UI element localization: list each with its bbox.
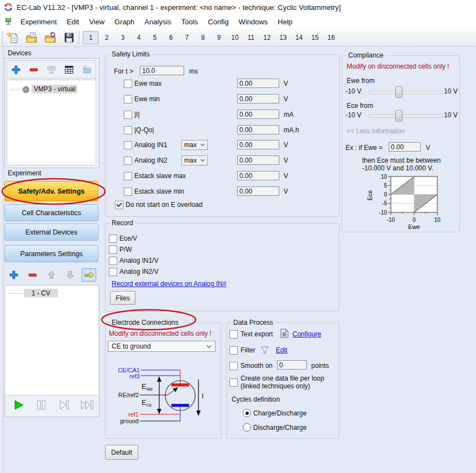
virtual-device-icon[interactable] [80, 63, 94, 76]
safety-limits-title: Safety Limits [109, 50, 152, 58]
move-down-icon[interactable] [63, 268, 77, 282]
menu-help[interactable]: Help [273, 15, 297, 28]
record-analog-in2-checkbox[interactable] [109, 268, 117, 276]
estack-max-checkbox[interactable] [124, 172, 132, 180]
record-analog-in1-checkbox[interactable] [109, 257, 117, 265]
analog-in2-checkbox[interactable] [124, 157, 132, 165]
remove-technique-icon[interactable] [25, 268, 40, 282]
filter-edit-link[interactable]: Edit [276, 346, 287, 354]
open-experiment-icon[interactable] [43, 30, 57, 45]
current-limit-checkbox[interactable] [124, 111, 132, 119]
charge-discharge-radio[interactable] [243, 409, 251, 417]
ewe-max-field[interactable]: 0.00 [237, 79, 279, 88]
ewe-min-field[interactable]: 0.00 [237, 94, 279, 103]
channel-button-3[interactable]: 3 [115, 31, 130, 44]
app-icon [4, 3, 13, 12]
menu-view[interactable]: View [84, 15, 109, 28]
section-safety-adv-settings[interactable]: Safety/Adv. Settings [4, 181, 98, 201]
default-button[interactable]: Default [105, 445, 138, 460]
estack-min-checkbox[interactable] [124, 188, 132, 196]
estack-min-field[interactable]: 0.00 [237, 186, 279, 196]
analog-in1-field[interactable]: 0.00 [237, 140, 279, 149]
ece-slider-track[interactable] [368, 115, 443, 118]
ewe-min-checkbox[interactable] [124, 95, 132, 103]
add-technique-icon[interactable] [7, 268, 21, 282]
ewe-max-checkbox[interactable] [124, 80, 132, 88]
record-pw-checkbox[interactable] [109, 246, 117, 254]
open-folder-icon[interactable] [24, 30, 39, 45]
ece-slider-thumb[interactable] [395, 110, 402, 122]
section-parameters-settings[interactable]: Parameters Settings [4, 245, 98, 262]
remove-device-icon[interactable] [27, 63, 41, 76]
charge-limit-checkbox[interactable] [124, 126, 132, 134]
channel-button-6[interactable]: 6 [163, 31, 179, 44]
menu-analysis[interactable]: Analysis [139, 15, 176, 28]
connection-select[interactable]: CE to ground [108, 341, 216, 352]
ewe-slider-track[interactable] [368, 91, 443, 94]
charge-limit-field[interactable]: 0.00 [237, 125, 279, 134]
smooth-checkbox[interactable] [229, 362, 238, 370]
channel-button-1[interactable]: 1 [83, 31, 98, 44]
device-item-label[interactable]: VMP3 - virtual [32, 85, 77, 93]
analog-in2-select[interactable]: max [181, 155, 208, 165]
channel-button-15[interactable]: 15 [307, 31, 323, 44]
menu-experiment[interactable]: Experiment [15, 15, 62, 28]
smooth-field[interactable]: 0 [277, 360, 307, 370]
modify-key-icon[interactable] [82, 268, 96, 282]
for-t-field[interactable]: 10.0 [140, 66, 184, 75]
filter-checkbox[interactable] [229, 346, 238, 355]
text-export-checkbox[interactable] [229, 330, 238, 339]
per-loop-checkbox[interactable] [229, 378, 238, 387]
channel-button-2[interactable]: 2 [99, 31, 114, 44]
channel-button-7[interactable]: 7 [179, 31, 195, 44]
channel-button-5[interactable]: 5 [147, 31, 163, 44]
ewe-slider-thumb[interactable] [395, 86, 402, 98]
record-external-link[interactable]: Record external devices on Analog IN# [112, 280, 226, 288]
menu-graph[interactable]: Graph [109, 15, 139, 28]
channel-button-8[interactable]: 8 [195, 31, 211, 44]
configure-link[interactable]: Configure [292, 330, 321, 338]
toolbar-gripper [2, 32, 3, 44]
channel-button-14[interactable]: 14 [291, 31, 307, 44]
play-icon[interactable] [12, 398, 25, 413]
new-setting-icon[interactable] [5, 30, 20, 45]
menu-windows[interactable]: Windows [234, 15, 273, 28]
section-external-devices[interactable]: External Devices [4, 223, 98, 241]
section-cell-characteristics[interactable]: Cell Characteristics [4, 204, 98, 221]
channel-button-11[interactable]: 11 [243, 31, 259, 44]
add-device-icon[interactable] [9, 63, 23, 76]
analog-in1-select[interactable]: max [181, 140, 208, 150]
no-start-overload-checkbox[interactable] [115, 201, 123, 209]
technique-item-label[interactable]: 1 - CV [24, 289, 58, 298]
connection-select-value: CE to ground [112, 342, 151, 350]
technique-item[interactable]: 1 - CV [5, 289, 97, 298]
less-information-link[interactable]: << Less information [347, 127, 405, 135]
menu-config[interactable]: Config [203, 15, 234, 28]
estack-max-field[interactable]: 0.00 [237, 171, 279, 180]
filter-label: Filter [240, 346, 255, 354]
files-button[interactable]: Files [110, 291, 135, 305]
left-splitter[interactable] [0, 46, 3, 473]
channel-button-12[interactable]: 12 [259, 31, 275, 44]
record-ece-checkbox[interactable] [109, 235, 117, 243]
menu-edit[interactable]: Edit [62, 15, 84, 28]
example-ewe-field[interactable]: 0.00 [389, 142, 421, 152]
next-technique-icon[interactable] [57, 398, 71, 413]
channel-button-16[interactable]: 16 [323, 31, 339, 44]
analog-in2-field[interactable]: 0.00 [237, 155, 279, 165]
channel-grid-icon[interactable] [62, 63, 76, 76]
channel-button-10[interactable]: 10 [227, 31, 243, 44]
pause-icon[interactable] [35, 398, 48, 413]
discharge-charge-radio[interactable] [243, 423, 251, 432]
device-tree-item[interactable]: VMP3 - virtual [7, 85, 96, 93]
channel-button-4[interactable]: 4 [131, 31, 147, 44]
channel-button-13[interactable]: 13 [275, 31, 291, 44]
channel-button-9[interactable]: 9 [211, 31, 227, 44]
current-limit-field[interactable]: 0.00 [237, 110, 279, 119]
analog-in1-checkbox[interactable] [124, 141, 132, 149]
go-to-end-icon[interactable] [80, 398, 96, 413]
save-icon[interactable] [61, 30, 76, 45]
move-up-icon[interactable] [44, 268, 59, 282]
device-config-icon[interactable] [44, 63, 59, 76]
menu-tools[interactable]: Tools [176, 15, 203, 28]
